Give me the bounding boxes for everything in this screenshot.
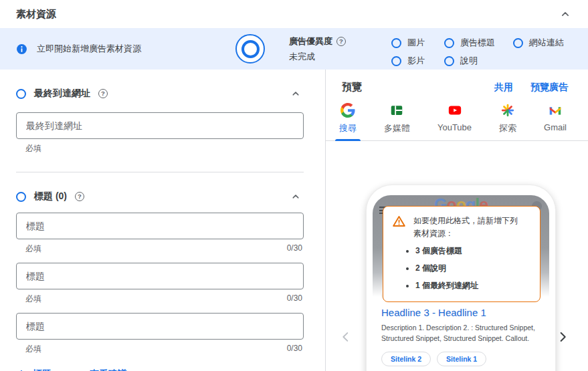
tab-gmail[interactable]: Gmail [538, 103, 572, 140]
final-url-input[interactable] [16, 112, 304, 139]
asset-check-descriptions: 說明 [444, 55, 478, 67]
headline-input-1[interactable] [16, 213, 304, 239]
tab-discover[interactable]: 探索 [494, 103, 522, 140]
empty-circle-icon [444, 38, 454, 48]
warning-item: 1 個最終到達網址 [415, 280, 533, 291]
asset-check-videos: 影片 [391, 55, 425, 67]
empty-circle-icon [16, 89, 26, 99]
warning-triangle-icon [392, 215, 406, 228]
preview-panel: 預覽 共用 預覽廣告 搜尋 多媒體 Yo [326, 70, 588, 371]
discover-asterisk-icon [500, 103, 515, 118]
empty-circle-icon [16, 192, 26, 202]
tab-youtube[interactable]: YouTube [432, 103, 477, 140]
char-counter: 0/30 [287, 243, 302, 255]
asset-check-label: 圖片 [407, 37, 425, 49]
tab-label: YouTube [437, 122, 472, 132]
asset-check-sitelinks: 網站連結 [513, 37, 564, 49]
empty-circle-icon [444, 56, 454, 66]
headline-field-2: 必填 0/30 [16, 263, 304, 305]
preview-header: 預覽 共用 預覽廣告 [326, 70, 588, 94]
final-url-title: 最終到達網址 [34, 88, 90, 100]
preview-ad-link[interactable]: 預覽廣告 [530, 82, 568, 94]
empty-circle-icon [391, 38, 401, 48]
help-icon[interactable]: ? [98, 89, 108, 98]
add-headline-button[interactable]: 標題 [16, 368, 52, 371]
final-url-section-header: 最終到達網址 ? [16, 86, 304, 102]
headline-field-3: 必填 0/30 [16, 313, 304, 355]
chevron-left-icon [338, 330, 353, 344]
ad-strength-block: 廣告優異度 ? 未完成 [289, 35, 346, 63]
tab-label: 探索 [499, 122, 516, 134]
empty-circle-icon [391, 56, 401, 66]
panel-collapse-button[interactable] [557, 6, 573, 22]
ad-description: Description 1. Description 2. : Structur… [381, 323, 541, 344]
asset-check-label: 廣告標題 [460, 37, 495, 49]
tab-display[interactable]: 多媒體 [379, 103, 415, 140]
warning-items-list: 3 個廣告標題 2 個說明 1 個最終到達網址 [415, 245, 533, 291]
preview-stage: Google 如要使用此格式，請新增下列素材資源： 3 個廣告標題 2 個說明 … [326, 141, 588, 371]
carousel-next-button[interactable] [555, 329, 571, 345]
asset-check-label: 說明 [460, 55, 478, 67]
sitelink-chip[interactable]: Sitelink 1 [437, 352, 486, 366]
chevron-up-icon [290, 88, 302, 100]
chevron-up-icon [559, 7, 572, 21]
ad-strength-gauge [235, 34, 265, 64]
warning-item: 2 個說明 [415, 263, 533, 274]
char-counter: 0/30 [287, 293, 302, 305]
required-helper: 必填 [25, 243, 41, 255]
view-ideas-button[interactable]: 查看建議 [72, 368, 127, 371]
ad-strength-gauge-ring [241, 40, 260, 58]
headline-field-1: 必填 0/30 [16, 213, 304, 255]
help-icon[interactable]: ? [336, 37, 346, 46]
required-helper: 必填 [25, 293, 41, 305]
asset-check-images: 圖片 [391, 37, 425, 49]
tab-search[interactable]: 搜尋 [334, 103, 362, 140]
char-counter: 0/30 [287, 344, 302, 355]
youtube-icon [448, 103, 462, 118]
display-network-icon [389, 103, 404, 118]
asset-check-label: 影片 [407, 55, 425, 67]
help-icon[interactable]: ? [75, 192, 84, 201]
section-divider [16, 172, 304, 172]
asset-check-headlines: 廣告標題 [444, 37, 495, 49]
preview-title: 預覽 [342, 81, 362, 94]
headlines-section-header: 標題 (0) ? [16, 189, 304, 205]
missing-assets-warning-card: 如要使用此格式，請新增下列素材資源： 3 個廣告標題 2 個說明 1 個最終到達… [383, 206, 541, 302]
warning-item: 3 個廣告標題 [415, 245, 533, 257]
google-g-icon [340, 103, 355, 118]
phone-screen: Google 如要使用此格式，請新增下列素材資源： 3 個廣告標題 2 個說明 … [373, 195, 549, 371]
assets-panel-header: 素材資源 [0, 0, 588, 28]
sitelink-chip[interactable]: Sitelink 2 [381, 352, 431, 366]
carousel-prev-button[interactable] [338, 329, 354, 345]
final-url-collapse-button[interactable] [288, 86, 304, 102]
view-ideas-label: 查看建議 [90, 368, 127, 371]
banner-message: 立即開始新增廣告素材資源 [37, 43, 141, 55]
headline-input-2[interactable] [16, 263, 304, 289]
asset-check-label: 網站連結 [529, 37, 564, 49]
tab-label: 搜尋 [339, 122, 357, 134]
headline-input-3[interactable] [16, 313, 304, 340]
preview-channel-tabs: 搜尋 多媒體 YouTube 探索 [326, 94, 588, 141]
required-helper: 必填 [25, 344, 41, 355]
chevron-right-icon [555, 330, 570, 344]
gmail-icon [548, 103, 563, 118]
headlines-title: 標題 (0) [34, 191, 67, 203]
warning-message: 如要使用此格式，請新增下列素材資源： [413, 215, 522, 239]
chevron-up-icon [290, 191, 302, 203]
ad-headline: Headline 3 - Headline 1 [381, 307, 541, 318]
required-helper: 必填 [25, 143, 41, 154]
add-headline-label: 標題 [33, 368, 52, 371]
headlines-collapse-button[interactable] [288, 189, 304, 205]
share-link[interactable]: 共用 [494, 82, 513, 94]
ad-strength-banner: 立即開始新增廣告素材資源 廣告優異度 ? 未完成 圖片 影片 廣告標題 說明 網… [0, 28, 588, 70]
page-title: 素材資源 [16, 8, 56, 21]
ad-strength-label: 廣告優異度 [289, 35, 332, 47]
phone-mockup: Google 如要使用此格式，請新增下列素材資源： 3 個廣告標題 2 個說明 … [367, 185, 555, 371]
empty-circle-icon [513, 38, 523, 48]
info-icon [16, 43, 27, 55]
ad-strength-status: 未完成 [289, 51, 346, 63]
tab-label: Gmail [544, 122, 567, 132]
asset-form-column: 最終到達網址 ? 必填 標題 (0) ? 必填 0/30 [0, 70, 326, 371]
tab-label: 多媒體 [384, 122, 410, 134]
